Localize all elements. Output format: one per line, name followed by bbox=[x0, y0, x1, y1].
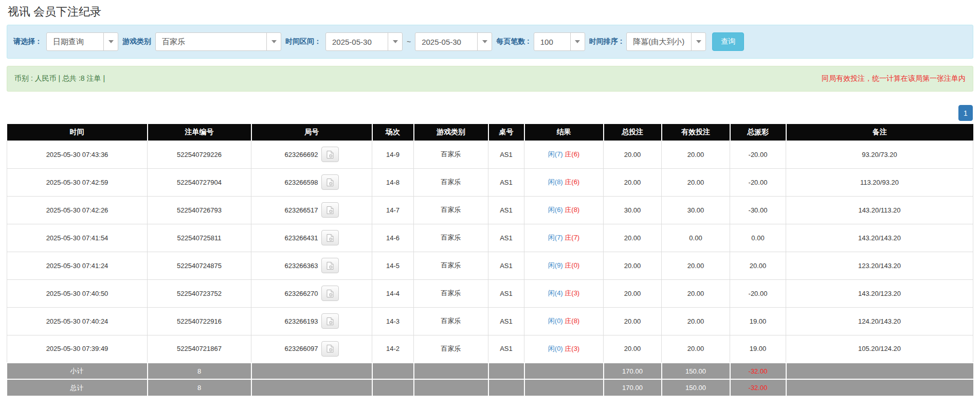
result-banker-value: 庄(8) bbox=[565, 317, 579, 325]
cell-bet-id: 522540724875 bbox=[148, 252, 251, 279]
video-record-icon[interactable] bbox=[321, 286, 339, 301]
cell-bet-id: 522540722916 bbox=[148, 307, 251, 335]
result-player-value: 闲(6) bbox=[548, 206, 563, 214]
video-record-icon[interactable] bbox=[321, 341, 339, 357]
cell-table-no: AS1 bbox=[488, 196, 524, 224]
cell-round-id: 623266692 bbox=[251, 140, 372, 168]
cell-time: 2025-05-30 07:40:24 bbox=[7, 307, 148, 335]
date-range-tilde: ~ bbox=[407, 38, 411, 46]
cell-remark: 113.20/93.20 bbox=[786, 168, 973, 196]
subtotal-label: 小计 bbox=[7, 363, 148, 379]
video-record-icon[interactable] bbox=[321, 230, 339, 245]
date-from-input[interactable]: 2025-05-30 bbox=[325, 32, 403, 51]
cell-round-id: 623266598 bbox=[251, 168, 372, 196]
cell-payout: 20.00 bbox=[730, 252, 786, 279]
cell-bet-id: 522540725811 bbox=[148, 224, 251, 252]
round-id-value: 623266193 bbox=[284, 317, 318, 325]
cell-round-id: 623266193 bbox=[251, 307, 372, 335]
filter-bar: 请选择： 日期查询 游戏类别 百家乐 时间区间： 2025-05-30 ~ 20… bbox=[7, 25, 973, 59]
cell-round-id: 623266270 bbox=[251, 279, 372, 307]
page-number-button[interactable]: 1 bbox=[958, 105, 973, 121]
round-id-value: 623266363 bbox=[284, 262, 318, 270]
cell-valid-bet: 20.00 bbox=[662, 335, 730, 363]
header-valid-bet: 有效投注 bbox=[662, 124, 730, 140]
subtotal-payout: -32.00 bbox=[730, 363, 786, 379]
result-player-value: 闲(9) bbox=[548, 261, 563, 269]
table-row: 2025-05-30 07:41:24522540724875623266363… bbox=[7, 252, 973, 279]
sort-order-select[interactable]: 降冪(由大到小) bbox=[626, 32, 706, 51]
result-banker-value: 庄(3) bbox=[565, 345, 579, 352]
result-player-value: 闲(8) bbox=[548, 178, 563, 186]
round-id-value: 623266598 bbox=[284, 179, 318, 186]
game-type-value: 百家乐 bbox=[156, 37, 191, 47]
cell-bet-id: 522540726793 bbox=[148, 196, 251, 224]
header-table-no: 桌号 bbox=[488, 124, 524, 140]
cell-time: 2025-05-30 07:41:54 bbox=[7, 224, 148, 252]
header-time: 时间 bbox=[7, 124, 148, 140]
cell-result: 闲(0) 庄(8) bbox=[524, 307, 604, 335]
video-record-icon[interactable] bbox=[321, 202, 339, 218]
cell-game-type: 百家乐 bbox=[414, 196, 488, 224]
cell-session: 14-8 bbox=[372, 168, 414, 196]
result-player-value: 闲(7) bbox=[548, 150, 563, 158]
table-row: 2025-05-30 07:42:59522540727904623266598… bbox=[7, 168, 973, 196]
sort-order-value: 降冪(由大到小) bbox=[627, 37, 691, 47]
cell-total-bet: 20.00 bbox=[604, 279, 662, 307]
video-record-icon[interactable] bbox=[321, 258, 339, 273]
video-record-icon[interactable] bbox=[321, 313, 339, 329]
cell-table-no: AS1 bbox=[488, 252, 524, 279]
subtotal-count: 8 bbox=[148, 363, 251, 379]
result-banker-value: 庄(3) bbox=[565, 289, 579, 297]
cell-remark: 93.20/73.20 bbox=[786, 140, 973, 168]
cell-bet-id: 522540721867 bbox=[148, 335, 251, 363]
search-button[interactable]: 查询 bbox=[712, 32, 744, 51]
header-total-bet: 总投注 bbox=[604, 124, 662, 140]
sort-order-label: 时间排序 : bbox=[589, 37, 623, 46]
cell-remark: 143.20/113.20 bbox=[786, 196, 973, 224]
currency-summary-text: 币别 : 人民币 | 总共 :8 注单 | bbox=[14, 74, 105, 83]
query-type-select[interactable]: 日期查询 bbox=[46, 32, 118, 51]
cell-total-bet: 20.00 bbox=[604, 252, 662, 279]
cell-session: 14-2 bbox=[372, 335, 414, 363]
cell-payout: 0.00 bbox=[730, 224, 786, 252]
cell-game-type: 百家乐 bbox=[414, 307, 488, 335]
cell-result: 闲(4) 庄(3) bbox=[524, 279, 604, 307]
cell-game-type: 百家乐 bbox=[414, 279, 488, 307]
cell-result: 闲(7) 庄(6) bbox=[524, 140, 604, 168]
cell-valid-bet: 0.00 bbox=[662, 224, 730, 252]
result-banker-value: 庄(6) bbox=[565, 150, 579, 158]
cell-time: 2025-05-30 07:39:49 bbox=[7, 335, 148, 363]
cell-round-id: 623266517 bbox=[251, 196, 372, 224]
page-size-select[interactable]: 100 bbox=[534, 32, 585, 51]
round-id-value: 623266431 bbox=[284, 234, 318, 242]
video-record-icon[interactable] bbox=[321, 147, 339, 162]
caret-down-icon bbox=[103, 33, 118, 50]
game-type-select[interactable]: 百家乐 bbox=[155, 32, 281, 51]
cell-result: 闲(6) 庄(8) bbox=[524, 196, 604, 224]
cell-payout: -20.00 bbox=[730, 140, 786, 168]
caret-down-icon bbox=[266, 33, 281, 50]
subtotal-total-bet: 170.00 bbox=[604, 363, 662, 379]
cell-valid-bet: 20.00 bbox=[662, 168, 730, 196]
cell-payout: -20.00 bbox=[730, 279, 786, 307]
cell-session: 14-9 bbox=[372, 140, 414, 168]
grand-total-total-bet: 170.00 bbox=[604, 379, 662, 396]
cell-total-bet: 20.00 bbox=[604, 224, 662, 252]
date-to-input[interactable]: 2025-05-30 bbox=[415, 32, 492, 51]
subtotal-valid-bet: 150.00 bbox=[662, 363, 730, 379]
table-row: 2025-05-30 07:40:50522540723752623266270… bbox=[7, 279, 973, 307]
caret-down-icon bbox=[691, 33, 705, 50]
cell-valid-bet: 30.00 bbox=[662, 196, 730, 224]
result-banker-value: 庄(8) bbox=[565, 206, 579, 214]
cell-bet-id: 522540729226 bbox=[148, 140, 251, 168]
cell-bet-id: 522540727904 bbox=[148, 168, 251, 196]
table-row: 2025-05-30 07:41:54522540725811623266431… bbox=[7, 224, 973, 252]
bet-records-table: 时间 注单编号 局号 场次 游戏类别 桌号 结果 总投注 有效投注 总派彩 备注… bbox=[7, 124, 973, 396]
page-size-label: 每页笔数 : bbox=[496, 37, 530, 46]
video-record-icon[interactable] bbox=[321, 174, 339, 190]
cell-session: 14-6 bbox=[372, 224, 414, 252]
cell-total-bet: 20.00 bbox=[604, 335, 662, 363]
cell-total-bet: 20.00 bbox=[604, 307, 662, 335]
cell-session: 14-5 bbox=[372, 252, 414, 279]
cell-remark: 105.20/124.20 bbox=[786, 335, 973, 363]
